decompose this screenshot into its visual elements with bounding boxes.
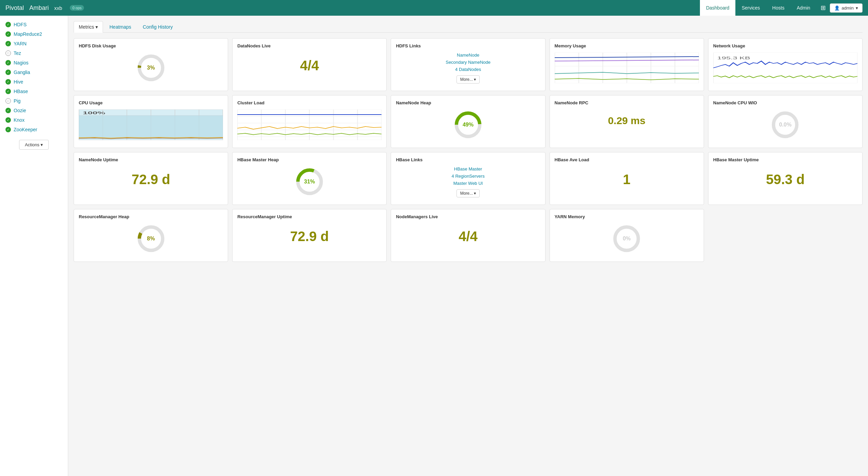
cluster-load-chart <box>237 109 381 141</box>
metric-card-namenode-rpc: NameNode RPC0.29 ms <box>550 95 704 148</box>
more-button[interactable]: More... ▾ <box>457 75 480 84</box>
metric-card-hbase-ave-load: HBase Ave Load1 <box>550 152 704 205</box>
metric-title: NameNode Uptime <box>79 157 223 162</box>
donut-chart: 0.0% <box>713 109 857 140</box>
tab-metrics[interactable]: Metrics ▾ <box>74 21 103 33</box>
ops-badge[interactable]: 0 ops <box>70 5 84 11</box>
metric-card-nodemanagers-live: NodeManagers Live4/4 <box>391 209 545 262</box>
sidebar-item-label: ZooKeeper <box>14 127 37 132</box>
metric-card-hbase-links: HBase LinksHBase Master4 RegionServersMa… <box>391 152 545 205</box>
sidebar-item-ganglia[interactable]: ✓Ganglia <box>0 68 68 77</box>
sidebar-item-oozie[interactable]: ✓Oozie <box>0 106 68 115</box>
donut-chart: 8% <box>79 223 223 254</box>
sidebar-item-nagios[interactable]: ✓Nagios <box>0 58 68 68</box>
svg-text:100%: 100% <box>83 111 106 115</box>
donut-label: 0.0% <box>779 122 791 128</box>
check-icon: ✓ <box>5 117 11 123</box>
metrics-row-4: ResourceManager Heap 8%ResourceManager U… <box>74 209 863 262</box>
metric-card-namenode-cpu-wio: NameNode CPU WIO 0.0% <box>708 95 863 148</box>
metric-link[interactable]: HBase Master <box>396 166 540 172</box>
metrics-row-3: NameNode Uptime72.9 dHBase Master Heap 3… <box>74 152 863 205</box>
check-icon: ✓ <box>5 22 11 27</box>
sidebar-item-label: Oozie <box>14 108 26 113</box>
metric-link[interactable]: Secondary NameNode <box>396 60 540 65</box>
sidebar-item-label: Knox <box>14 117 25 123</box>
sidebar-item-tez[interactable]: □Tez <box>0 48 68 58</box>
metric-value: 4/4 <box>237 53 381 79</box>
metric-title: NameNode Heap <box>396 100 540 105</box>
donut-chart: 0% <box>555 223 699 254</box>
metric-card-hdfs-links: HDFS LinksNameNodeSecondary NameNode4 Da… <box>391 38 545 91</box>
metric-card-datanodes-live: DataNodes Live4/4 <box>232 38 387 91</box>
more-button[interactable]: More... ▾ <box>457 189 480 197</box>
metric-title: HDFS Links <box>396 43 540 48</box>
nav-dashboard[interactable]: Dashboard <box>700 0 736 16</box>
metric-title: HBase Master Uptime <box>713 157 857 162</box>
nav-hosts[interactable]: Hosts <box>766 0 791 16</box>
metric-value: 72.9 d <box>237 223 381 250</box>
metric-value: 1 <box>555 166 699 193</box>
metric-title: YARN Memory <box>555 214 699 219</box>
monitor-icon: □ <box>5 50 11 56</box>
top-navigation: Pivotal Ambari xxb 0 ops Dashboard Servi… <box>0 0 868 16</box>
metric-value: 59.3 d <box>713 166 857 193</box>
nav-admin[interactable]: Admin <box>791 0 817 16</box>
sidebar-item-label: Tez <box>14 50 21 56</box>
sidebar-item-hbase[interactable]: ✓HBase <box>0 87 68 96</box>
brand-ambari: Ambari <box>29 4 49 12</box>
metric-link[interactable]: 4 RegionServers <box>396 174 540 179</box>
tab-heatmaps[interactable]: Heatmaps <box>104 21 136 33</box>
sidebar-item-knox[interactable]: ✓Knox <box>0 115 68 125</box>
metric-title: HBase Master Heap <box>237 157 381 162</box>
main-layout: ✓HDFS✓MapReduce2✓YARN□Tez✓Nagios✓Ganglia… <box>0 16 868 476</box>
metric-link[interactable]: NameNode <box>396 53 540 58</box>
sidebar-item-mapreduce2[interactable]: ✓MapReduce2 <box>0 29 68 39</box>
main-content: Metrics ▾ Heatmaps Config History HDFS D… <box>68 16 868 476</box>
check-icon: ✓ <box>5 41 11 46</box>
cluster-name: xxb <box>54 5 62 11</box>
metric-card-hbase-master-uptime: HBase Master Uptime59.3 d <box>708 152 863 205</box>
metric-card-cpu-usage: CPU Usage 100% <box>74 95 228 148</box>
donut-label: 3% <box>147 65 155 71</box>
check-icon: ✓ <box>5 127 11 132</box>
metric-card-resourcemanager-uptime: ResourceManager Uptime72.9 d <box>232 209 387 262</box>
user-icon: 👤 <box>834 5 840 11</box>
metric-card-cluster-load: Cluster Load <box>232 95 387 148</box>
sidebar-item-label: HDFS <box>14 22 27 27</box>
sidebar-item-label: Nagios <box>14 60 29 65</box>
sidebar-item-hdfs[interactable]: ✓HDFS <box>0 20 68 29</box>
metric-link[interactable]: Master Web UI <box>396 181 540 186</box>
metric-title: ResourceManager Heap <box>79 214 223 219</box>
brand-area: Pivotal Ambari xxb 0 ops <box>5 4 700 12</box>
sidebar-item-label: HBase <box>14 89 28 94</box>
sidebar-item-hive[interactable]: ✓Hive <box>0 77 68 87</box>
sidebar-item-label: YARN <box>14 41 27 46</box>
nav-services[interactable]: Services <box>735 0 766 16</box>
sidebar-item-yarn[interactable]: ✓YARN <box>0 39 68 48</box>
actions-button[interactable]: Actions ▾ <box>19 140 49 150</box>
nav-links: Dashboard Services Hosts Admin ⊞ 👤 admin… <box>700 0 863 16</box>
donut-chart: 49% <box>396 109 540 140</box>
sidebar-item-zookeeper[interactable]: ✓ZooKeeper <box>0 125 68 134</box>
donut-label: 8% <box>147 236 155 242</box>
metric-card-network-usage: Network Usage 195.3 KB <box>708 38 863 91</box>
metric-title: Network Usage <box>713 43 857 48</box>
metric-link[interactable]: 4 DataNodes <box>396 67 540 72</box>
network-chart: 195.3 KB <box>713 53 857 84</box>
check-icon: ✓ <box>5 31 11 37</box>
metric-value: 72.9 d <box>79 166 223 193</box>
grid-icon[interactable]: ⊞ <box>817 4 830 12</box>
sidebar-item-label: Ganglia <box>14 70 30 75</box>
dropdown-arrow: ▾ <box>856 5 858 11</box>
metric-value: 0.29 ms <box>555 109 699 132</box>
metric-title: Cluster Load <box>237 100 381 105</box>
admin-button[interactable]: 👤 admin ▾ <box>830 3 863 13</box>
check-icon: ✓ <box>5 60 11 65</box>
sidebar-item-label: MapReduce2 <box>14 31 42 37</box>
brand-pivotal: Pivotal <box>5 4 24 12</box>
metric-links: NameNodeSecondary NameNode4 DataNodes <box>396 53 540 72</box>
sidebar-item-label: Pig <box>14 98 20 104</box>
sidebar-item-pig[interactable]: □Pig <box>0 96 68 106</box>
metric-title: NodeManagers Live <box>396 214 540 219</box>
tab-config-history[interactable]: Config History <box>138 21 178 33</box>
